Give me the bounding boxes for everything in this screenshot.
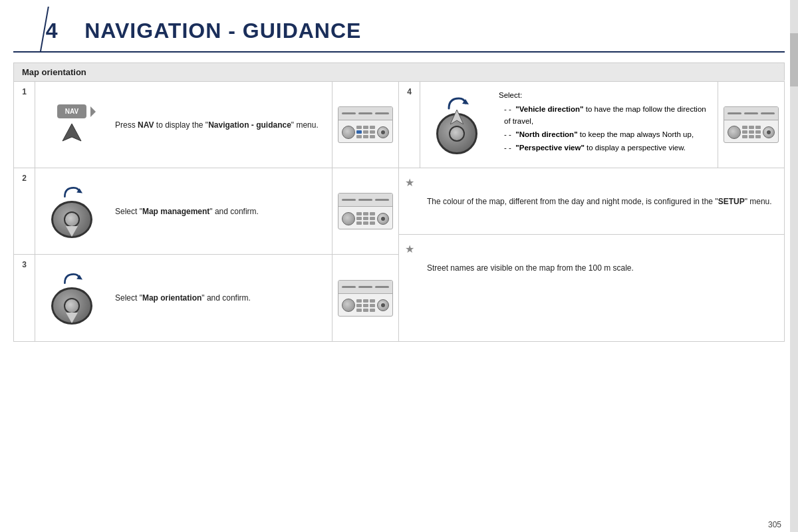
scrollbar[interactable] bbox=[790, 0, 798, 532]
step-1-row: 1 NAV bbox=[14, 82, 398, 168]
nav-icon: NAV bbox=[57, 104, 86, 145]
star-icon-1: ★ bbox=[399, 168, 420, 234]
curved-arrow-icon-2 bbox=[61, 271, 84, 286]
step-4-text: Select: - "Vehicle direction" to have th… bbox=[493, 82, 718, 168]
step-3-screenshot bbox=[332, 255, 398, 341]
chapter-number: 04 bbox=[33, 19, 59, 43]
nav-button-icon: NAV bbox=[57, 104, 86, 118]
page-number: 305 bbox=[0, 517, 798, 532]
step-3-row: 3 bbox=[14, 255, 398, 341]
up-arrow-icon bbox=[59, 122, 85, 142]
step-2-screenshot bbox=[332, 168, 398, 254]
step-3-text: Select "Map orientation" and confirm. bbox=[108, 255, 332, 341]
main-content: Map orientation 1 bbox=[0, 53, 798, 517]
step-4-screenshot bbox=[718, 82, 784, 168]
radio-sketch-1 bbox=[338, 106, 393, 143]
info-row-1: ★ The colour of the map, different from … bbox=[399, 168, 784, 235]
dial-icon-2 bbox=[51, 287, 92, 325]
instructions-grid: 1 NAV bbox=[14, 81, 784, 341]
star-icon-2: ★ bbox=[399, 235, 420, 301]
step-1-icon: NAV bbox=[35, 82, 108, 168]
chapter-title: NAVIGATION - GUIDANCE bbox=[84, 19, 361, 43]
step-2-text: Select "Map management" and confirm. bbox=[108, 168, 332, 254]
step-2-number: 2 bbox=[14, 168, 35, 254]
info-text-1: The colour of the map, different from th… bbox=[420, 168, 784, 234]
right-column: 4 bbox=[399, 82, 784, 341]
svg-marker-0 bbox=[63, 124, 81, 141]
step-2-row: 2 bbox=[14, 168, 398, 255]
info-row-2: ★ Street names are visible on the map fr… bbox=[399, 235, 784, 301]
page-header: 04 NAVIGATION - GUIDANCE bbox=[13, 7, 785, 53]
step-4-icon bbox=[420, 82, 493, 168]
svg-marker-2 bbox=[66, 226, 78, 237]
step-2-icon bbox=[35, 168, 108, 254]
step-4-row: 4 bbox=[399, 82, 784, 168]
up-arrow-icon-2 bbox=[450, 110, 464, 124]
dial-down-arrow bbox=[66, 226, 78, 237]
section-header: Map orientation bbox=[14, 63, 784, 81]
dial-down-arrow-2 bbox=[66, 313, 78, 323]
radio-sketch-3 bbox=[338, 280, 393, 317]
left-column: 1 NAV bbox=[14, 82, 399, 341]
page: 04 NAVIGATION - GUIDANCE Map orientation… bbox=[0, 0, 798, 532]
map-orientation-section: Map orientation 1 bbox=[13, 63, 785, 342]
scrollbar-thumb[interactable] bbox=[790, 33, 798, 86]
curved-arrow-icon bbox=[61, 185, 84, 200]
step-4-number: 4 bbox=[399, 82, 420, 168]
step-1-number: 1 bbox=[14, 82, 35, 168]
page-title: 04 NAVIGATION - GUIDANCE bbox=[33, 19, 361, 43]
svg-marker-6 bbox=[450, 110, 464, 124]
step-1-text: Press NAV to display the "Navigation - g… bbox=[108, 82, 332, 168]
radio-sketch-2 bbox=[338, 193, 393, 229]
step-3-icon bbox=[35, 255, 108, 341]
radio-sketch-4 bbox=[724, 106, 779, 143]
step-3-number: 3 bbox=[14, 255, 35, 341]
info-text-2: Street names are visible on the map from… bbox=[420, 235, 784, 301]
dial-icon bbox=[51, 201, 92, 238]
step-1-screenshot bbox=[332, 82, 398, 168]
section-label: Map orientation bbox=[22, 67, 86, 77]
svg-marker-4 bbox=[66, 313, 78, 323]
dial-icon-3 bbox=[436, 113, 477, 154]
